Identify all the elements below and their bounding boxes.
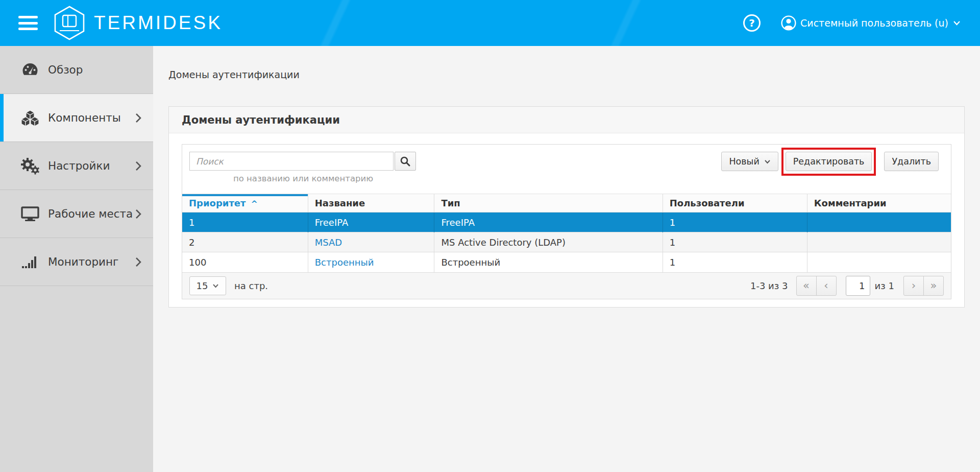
sidebar-item-components[interactable]: Компоненты [0,94,153,142]
help-glyph: ? [749,17,755,29]
table-header-row: Приоритет^ Название Тип Пользователи [182,194,951,213]
column-label: Пользователи [670,198,745,208]
sidebar-item-monitoring[interactable]: Мониторинг [0,238,153,286]
chart-bars-icon [19,254,41,270]
cell-name-link[interactable]: Встроенный [308,252,434,272]
cell-comments [807,232,951,252]
new-button-label: Новый [729,156,759,167]
user-avatar-icon [781,15,796,31]
panel-title: Домены аутентификации [182,114,340,126]
cell-comments [807,213,951,232]
dashboard-icon [19,62,41,78]
column-label: Комментарии [814,198,887,208]
cell-users: 1 [663,232,807,252]
sidebar-item-label: Компоненты [48,111,121,124]
new-button[interactable]: Новый [721,152,778,171]
chevron-down-icon [764,159,771,164]
cell-priority: 2 [182,232,308,252]
delete-button-label: Удалить [892,156,931,167]
breadcrumb: Домены аутентификации [168,69,300,80]
sidebar-item-label: Настройки [48,159,110,172]
gears-icon [19,157,41,175]
chevron-right-icon [135,160,142,172]
chevron-right-icon [135,256,142,268]
column-label: Тип [441,198,460,208]
table-row[interactable]: 2 MSAD MS Active Directory (LDAP) 1 [182,232,951,252]
sidebar-item-overview[interactable]: Обзор [0,46,153,94]
termidesk-logo-icon[interactable] [53,5,86,41]
table-container: по названию или комментарию Новый [182,144,951,299]
cell-type: Встроенный [434,252,663,272]
top-bar: TERMIDESK ? Системный пользователь (u) [0,0,980,46]
column-header-name[interactable]: Название [308,194,434,213]
cell-priority: 1 [182,213,308,232]
table-row[interactable]: 100 Встроенный Встроенный 1 [182,252,951,272]
sidebar-item-label: Обзор [48,63,83,76]
page-size-value: 15 [197,280,208,291]
user-menu[interactable]: Системный пользователь (u) [781,15,965,31]
cell-users: 1 [663,252,807,272]
pagination-bar: 15 на стр. 1-3 из 3 « ‹ из [182,272,951,299]
cell-type: FreeIPA [434,213,663,232]
brand-title: TERMIDESK [94,12,223,34]
column-label: Приоритет [189,198,246,208]
next-page-button[interactable]: › [903,276,924,296]
table-toolbar: по названию или комментарию Новый [182,145,951,194]
column-header-type[interactable]: Тип [434,194,663,213]
auth-domains-table: Приоритет^ Название Тип Пользователи [182,194,951,272]
column-header-comments[interactable]: Комментарии [807,194,951,213]
page-size-select[interactable]: 15 [189,276,226,295]
last-page-button[interactable]: » [923,276,944,296]
edit-button[interactable]: Редактировать [786,152,872,171]
page-number-input[interactable] [846,276,870,296]
edit-button-label: Редактировать [793,156,865,167]
chevron-right-icon [135,208,142,220]
chevron-right-icon [135,112,142,124]
page-size-suffix: на стр. [234,280,268,291]
user-name: Системный пользователь (u) [800,17,948,29]
column-header-users[interactable]: Пользователи [663,194,807,213]
delete-button[interactable]: Удалить [884,152,939,171]
main-content: Домены аутентификации Домены аутентифика… [153,46,980,472]
prev-page-button[interactable]: ‹ [816,276,837,296]
table-row[interactable]: 1 FreeIPA FreeIPA 1 [182,213,951,232]
desktop-icon [19,206,41,222]
first-page-button[interactable]: « [796,276,817,296]
chevron-down-icon [953,20,961,26]
cell-name-link[interactable]: MSAD [308,232,434,252]
help-icon[interactable]: ? [743,14,761,32]
sidebar-item-workplaces[interactable]: Рабочие места [0,190,153,238]
cell-name-link[interactable]: FreeIPA [308,213,434,232]
search-button[interactable] [395,152,416,171]
cell-priority: 100 [182,252,308,272]
pagination-range: 1-3 из 3 [750,280,788,291]
sidebar-item-settings[interactable]: Настройки [0,142,153,190]
column-label: Название [315,198,365,208]
search-icon [400,156,411,167]
chevron-down-icon [212,284,219,288]
search-hint: по названию или комментарию [189,174,417,183]
panel-header: Домены аутентификации [169,107,964,133]
total-pages-label: из 1 [875,280,894,291]
cell-type: MS Active Directory (LDAP) [434,232,663,252]
sidebar-item-label: Мониторинг [48,255,118,268]
column-header-priority[interactable]: Приоритет^ [182,194,308,213]
sidebar: Обзор Компоненты [0,46,153,472]
auth-domains-panel: Домены аутентификации [168,106,965,308]
hamburger-menu-icon[interactable] [18,16,38,30]
cell-users: 1 [663,213,807,232]
cubes-icon [19,109,41,127]
search-input[interactable] [189,152,394,171]
sidebar-item-label: Рабочие места [48,207,133,220]
cell-comments [807,252,951,272]
sort-asc-icon: ^ [251,199,258,208]
